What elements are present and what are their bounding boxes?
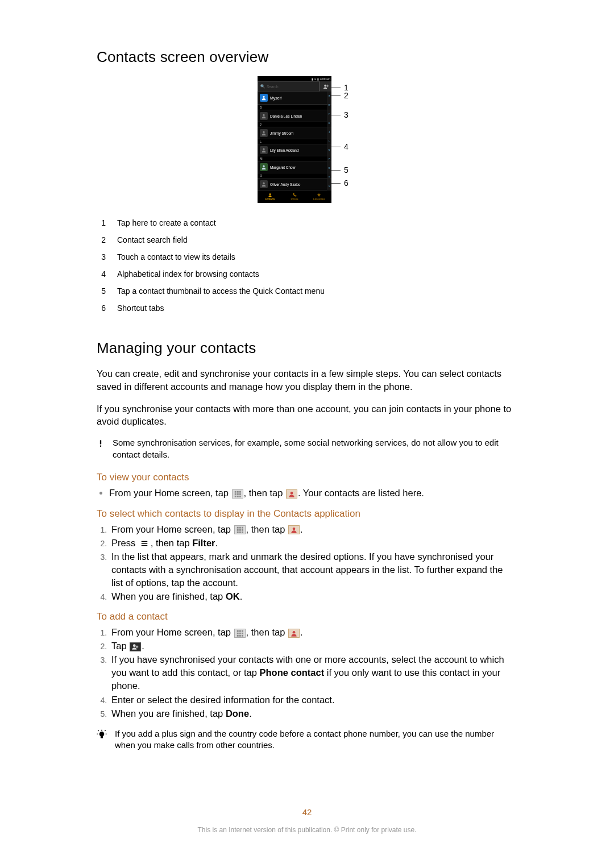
search-placeholder: Search — [267, 85, 279, 89]
menu-icon — [139, 539, 150, 547]
apps-grid-icon — [232, 489, 243, 499]
legend-text: Tap here to create a contact — [117, 218, 216, 227]
svg-rect-17 — [239, 493, 240, 495]
add-contact-icon — [130, 642, 141, 651]
list-item: From your Home screen, tap , then tap . … — [109, 487, 512, 500]
svg-rect-39 — [239, 633, 240, 634]
svg-rect-13 — [237, 491, 238, 493]
section-m: M — [258, 156, 331, 161]
legend-num: 6 — [97, 304, 106, 313]
svg-rect-27 — [241, 529, 243, 531]
svg-point-3 — [263, 96, 264, 98]
svg-rect-2 — [326, 85, 329, 86]
callout-num: 3 — [344, 110, 349, 119]
important-note: Some synchronisation services, for examp… — [97, 437, 512, 460]
search-input[interactable]: 🔍 Search — [258, 81, 320, 92]
svg-point-21 — [291, 492, 293, 495]
avatar[interactable] — [260, 163, 268, 171]
svg-rect-37 — [241, 630, 243, 632]
legend-num: 4 — [97, 269, 106, 279]
tab-label: Phone — [291, 198, 298, 201]
svg-rect-23 — [239, 527, 240, 529]
svg-point-6 — [263, 148, 264, 150]
svg-rect-42 — [239, 635, 240, 637]
svg-point-5 — [263, 131, 264, 133]
list-item: Tap . — [109, 639, 512, 653]
phone-tab-icon — [292, 193, 297, 197]
tab-contacts[interactable]: Contacts — [258, 190, 282, 203]
screenshot-figure: ▮ ▾ ▮ 4:00 am 🔍 Search — [97, 76, 512, 203]
section-o: O — [258, 173, 331, 178]
paragraph: If you synchronise your contacts with mo… — [97, 402, 512, 429]
section-j: J — [258, 122, 331, 127]
star-tab-icon — [317, 193, 321, 197]
contact-row[interactable]: Lily Ellen Ackland — [258, 144, 331, 156]
footer-text: This is an Internet version of this publ… — [0, 826, 614, 834]
page-number: 42 — [0, 807, 614, 817]
note-text: Some synchronisation services, for examp… — [113, 437, 512, 460]
list-item: When you are finished, tap Done. — [109, 707, 512, 720]
legend-text: Alphabetical index for browsing contacts — [117, 269, 259, 279]
legend-num: 3 — [97, 252, 106, 261]
svg-rect-16 — [237, 493, 238, 495]
svg-point-48 — [99, 732, 104, 736]
svg-rect-29 — [239, 531, 240, 533]
legend-num: 1 — [97, 218, 106, 227]
svg-rect-20 — [239, 496, 240, 497]
svg-rect-38 — [237, 633, 238, 634]
contact-name: Lily Ellen Ackland — [270, 148, 299, 152]
add-contact-button[interactable] — [320, 81, 331, 92]
svg-point-4 — [263, 114, 264, 116]
lightbulb-icon — [97, 728, 108, 751]
avatar[interactable] — [260, 146, 268, 154]
section-l: L — [258, 139, 331, 144]
tab-favourites[interactable]: Favourites — [307, 190, 331, 203]
svg-rect-28 — [237, 531, 238, 533]
svg-point-11 — [100, 445, 102, 447]
section-d: D — [258, 105, 331, 110]
tab-phone[interactable]: Phone — [282, 190, 306, 203]
phone-screenshot: ▮ ▾ ▮ 4:00 am 🔍 Search — [258, 76, 331, 203]
avatar[interactable] — [260, 180, 268, 188]
svg-rect-12 — [234, 491, 236, 493]
myself-row[interactable]: Myself — [258, 92, 331, 105]
callout-num: 4 — [344, 142, 349, 151]
list-item: Press , then tap Filter. — [109, 537, 512, 550]
legend-text: Tap a contact thumbnail to access the Qu… — [117, 286, 325, 296]
wifi-icon: ▾ — [314, 77, 316, 81]
svg-rect-35 — [237, 630, 238, 632]
apps-grid-icon — [234, 629, 246, 638]
svg-line-52 — [98, 730, 99, 731]
contact-row[interactable]: Oliver Andy Szabo — [258, 178, 331, 190]
tab-label: Contacts — [265, 198, 275, 201]
contact-name: Oliver Andy Szabo — [270, 182, 300, 186]
apps-grid-icon — [234, 525, 246, 534]
subheading-view: To view your contacts — [97, 472, 512, 483]
svg-rect-22 — [237, 527, 238, 529]
avatar[interactable] — [260, 112, 268, 120]
signal-icon: ▮ — [312, 77, 313, 81]
list-item: If you have synchronised your contacts w… — [109, 653, 512, 692]
add-contact-icon — [323, 84, 329, 90]
subheading-add: To add a contact — [97, 611, 512, 622]
subheading-select: To select which contacts to display in t… — [97, 508, 512, 520]
svg-rect-18 — [234, 496, 236, 497]
svg-rect-10 — [100, 440, 101, 445]
svg-rect-14 — [239, 491, 240, 493]
list-item: Enter or select the desired information … — [109, 693, 512, 707]
callout-num: 2 — [344, 91, 349, 100]
svg-rect-30 — [241, 531, 243, 533]
avatar[interactable] — [260, 129, 268, 137]
svg-rect-47 — [136, 646, 139, 647]
myself-label: Myself — [270, 96, 281, 100]
contact-row[interactable]: Margaret Chow — [258, 161, 331, 173]
svg-point-8 — [263, 182, 264, 184]
exclamation-icon — [97, 437, 105, 460]
search-icon: 🔍 — [260, 84, 265, 89]
alpha-index[interactable]: BDFHJLNPRTV — [327, 92, 331, 190]
svg-rect-24 — [241, 527, 243, 529]
svg-point-7 — [263, 165, 264, 167]
callout-num: 5 — [344, 165, 349, 175]
contact-row[interactable]: Daniela Lee Linden — [258, 110, 331, 122]
contact-row[interactable]: Jimmy Stroom — [258, 127, 331, 139]
